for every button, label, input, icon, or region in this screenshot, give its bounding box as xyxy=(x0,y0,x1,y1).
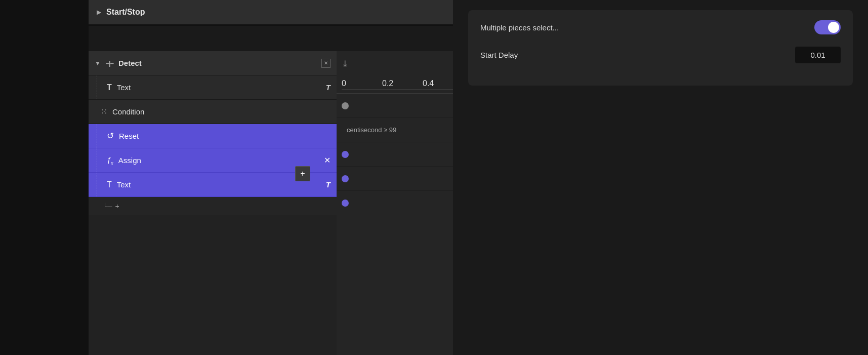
condition-icon: ⁙ xyxy=(101,107,107,116)
detect-label: Detect xyxy=(118,59,316,67)
start-stop-title: Start/Stop xyxy=(106,8,145,17)
condition-label: Condition xyxy=(112,107,144,116)
tree-section: ▼ –|– Detect ✕ T Text T ⁙ Condition xyxy=(89,51,337,355)
text-t-icon-2: T xyxy=(107,180,112,189)
text-label-1: Text xyxy=(117,83,321,92)
condition-text: centisecond ≥ 99 xyxy=(342,123,401,137)
dot-text2 xyxy=(342,200,349,207)
multiple-pieces-row: Multiple pieces select... xyxy=(480,20,841,34)
ruler-02: 0.2 xyxy=(382,79,393,88)
add-plus-icon[interactable]: + xyxy=(115,202,119,210)
multiple-pieces-label: Multiple pieces select... xyxy=(480,23,559,32)
dot-text xyxy=(342,102,349,109)
spacer xyxy=(89,26,453,51)
text-t-icon: T xyxy=(107,83,112,92)
timeline-assign-row xyxy=(337,167,453,191)
center-panel: ▶ Start/Stop ▼ –|– Detect ✕ T Text T xyxy=(89,0,453,355)
dot-reset xyxy=(342,151,349,158)
add-item-button[interactable]: + xyxy=(295,166,310,181)
multiple-pieces-toggle[interactable] xyxy=(814,20,841,34)
assign-close-button[interactable]: ✕ xyxy=(324,155,330,165)
timeline-section: ⤓ 0 0.2 0.4 0 xyxy=(337,51,453,355)
text-badge-1: T xyxy=(326,83,330,92)
text-row-1[interactable]: T Text T xyxy=(89,75,337,100)
timeline-text2-row xyxy=(337,191,453,215)
right-panel-content: Multiple pieces select... Start Delay xyxy=(468,10,853,86)
timeline-header: ⤓ xyxy=(337,51,453,75)
reset-row[interactable]: ↺ Reset xyxy=(89,124,337,148)
start-delay-label: Start Delay xyxy=(480,51,518,59)
detect-close-button[interactable]: ✕ xyxy=(321,59,330,68)
ruler-04: 0.4 xyxy=(423,79,434,88)
timeline-reset-row xyxy=(337,142,453,167)
add-row: └─ + xyxy=(89,197,337,215)
text-label-2: Text xyxy=(117,180,321,189)
ruler-0: 0 xyxy=(342,79,346,88)
main-area: ▶ Start/Stop ▼ –|– Detect ✕ T Text T xyxy=(89,0,868,355)
assign-label: Assign xyxy=(118,156,319,165)
detect-row[interactable]: ▼ –|– Detect ✕ xyxy=(89,51,337,75)
text-badge-2: T xyxy=(326,180,330,189)
start-delay-row: Start Delay xyxy=(480,47,841,63)
timeline-condition-row: centisecond ≥ 99 xyxy=(337,118,453,142)
collapse-icon: ▼ xyxy=(95,60,101,67)
start-stop-header[interactable]: ▶ Start/Stop xyxy=(89,0,453,24)
add-indent-line: └─ xyxy=(103,203,112,210)
scroll-down-icon[interactable]: ⤓ xyxy=(342,59,348,68)
right-panel: Multiple pieces select... Start Delay xyxy=(453,0,868,355)
reset-icon: ↺ xyxy=(107,131,114,141)
expand-icon: ▶ xyxy=(97,9,101,16)
assign-icon: ƒx xyxy=(107,155,113,166)
tree-timeline-split: ▼ –|– Detect ✕ T Text T ⁙ Condition xyxy=(89,51,453,355)
assign-row[interactable]: ƒx Assign ✕ + xyxy=(89,148,337,173)
ruler-ticks xyxy=(342,89,453,93)
timeline-text-row xyxy=(337,94,453,118)
detect-dash-icon: –|– xyxy=(106,59,113,67)
left-panel xyxy=(0,0,89,355)
reset-label: Reset xyxy=(119,132,330,140)
dot-assign xyxy=(342,175,349,182)
start-delay-input[interactable] xyxy=(795,47,841,63)
ruler-area: 0 0.2 0.4 0 xyxy=(337,75,453,94)
condition-row[interactable]: ⁙ Condition xyxy=(89,100,337,124)
